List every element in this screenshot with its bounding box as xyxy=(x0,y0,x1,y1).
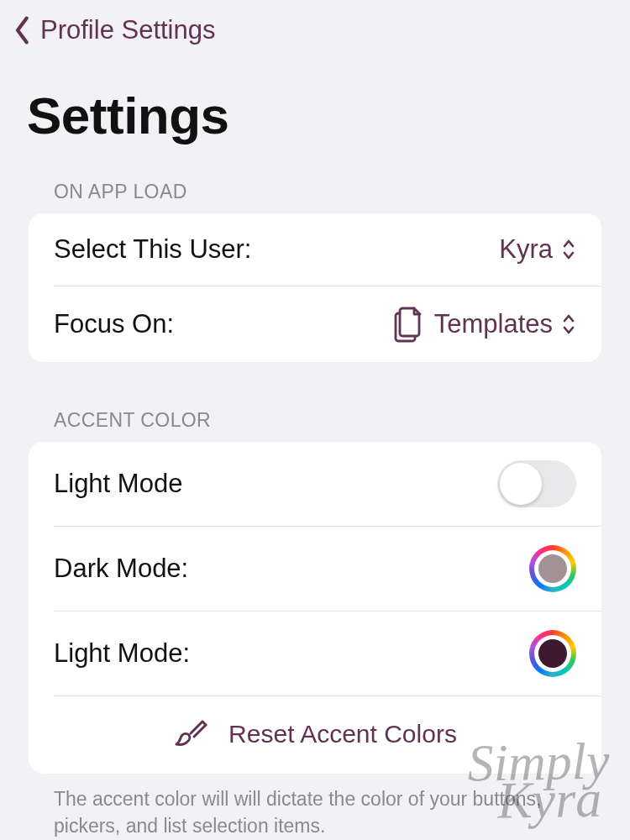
section-accent-color: ACCENT COLOR Light Mode Dark Mode: Light… xyxy=(0,409,630,839)
card-accent: Light Mode Dark Mode: Light Mode: xyxy=(29,442,601,774)
dark-mode-color-picker[interactable] xyxy=(529,545,576,592)
section-header-accent: ACCENT COLOR xyxy=(29,409,601,442)
updown-icon xyxy=(561,312,576,336)
select-user-value: Kyra xyxy=(499,234,553,265)
documents-icon xyxy=(391,305,426,344)
row-light-mode-toggle: Light Mode xyxy=(29,442,601,526)
focus-on-picker[interactable]: Templates xyxy=(391,305,576,344)
row-dark-mode-color: Dark Mode: xyxy=(29,527,601,611)
row-focus-on: Focus On: Templates xyxy=(29,286,601,362)
breadcrumb[interactable]: Profile Settings xyxy=(40,15,216,45)
light-mode-toggle[interactable] xyxy=(497,460,576,507)
light-mode-swatch xyxy=(538,639,567,668)
dark-mode-swatch xyxy=(538,554,567,583)
light-mode-toggle-label: Light Mode xyxy=(54,469,182,499)
section-header-on-app-load: ON APP LOAD xyxy=(29,181,601,213)
accent-footer-text: The accent color will will dictate the c… xyxy=(29,774,601,839)
toggle-knob xyxy=(500,463,542,505)
focus-on-value: Templates xyxy=(434,309,553,339)
nav-header: Profile Settings xyxy=(0,0,630,60)
card-on-app-load: Select This User: Kyra Focus On: xyxy=(29,213,601,362)
light-mode-color-picker[interactable] xyxy=(529,630,576,677)
select-user-picker[interactable]: Kyra xyxy=(499,234,576,265)
updown-icon xyxy=(561,238,576,261)
light-mode-label: Light Mode: xyxy=(54,638,190,669)
dark-mode-label: Dark Mode: xyxy=(54,554,188,584)
section-on-app-load: ON APP LOAD Select This User: Kyra Focus… xyxy=(0,181,630,362)
paintbrush-icon xyxy=(173,717,208,752)
page-title: Settings xyxy=(0,60,630,181)
select-user-label: Select This User: xyxy=(54,234,251,265)
row-light-mode-color: Light Mode: xyxy=(29,612,601,696)
back-chevron-icon[interactable] xyxy=(12,15,34,45)
reset-accent-label: Reset Accent Colors xyxy=(228,720,457,748)
reset-accent-button[interactable]: Reset Accent Colors xyxy=(29,696,601,774)
row-select-user: Select This User: Kyra xyxy=(29,213,601,286)
focus-on-label: Focus On: xyxy=(54,309,174,339)
